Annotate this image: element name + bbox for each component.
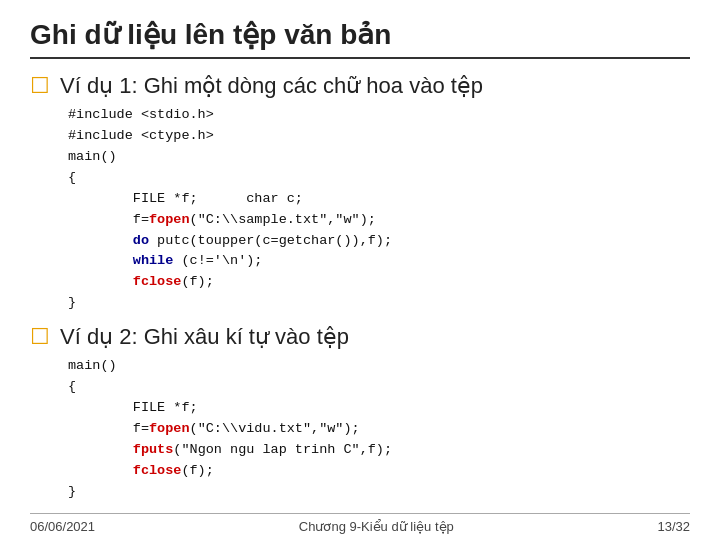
section2-code: main() { FILE *f; f=fopen("C:\\vidu.txt"…: [68, 356, 690, 502]
code-line: }: [68, 293, 690, 314]
code-line: fputs("Ngon ngu lap trinh C",f);: [68, 440, 690, 461]
footer-page: 13/32: [657, 519, 690, 534]
footer-date: 06/06/2021: [30, 519, 95, 534]
section2: ☐ Ví dụ 2: Ghi xâu kí tự vào tệp main() …: [30, 324, 690, 502]
section1-code: #include <stdio.h> #include <ctype.h> ma…: [68, 105, 690, 314]
code-line: FILE *f;: [68, 398, 690, 419]
code-line: #include <stdio.h>: [68, 105, 690, 126]
footer: 06/06/2021 Chương 9-Kiểu dữ liệu tệp 13/…: [30, 513, 690, 534]
bullet-icon-2: ☐: [30, 324, 50, 350]
code-line: main(): [68, 147, 690, 168]
bullet-icon-1: ☐: [30, 73, 50, 99]
footer-center: Chương 9-Kiểu dữ liệu tệp: [299, 519, 454, 534]
code-line: fclose(f);: [68, 461, 690, 482]
code-line: fclose(f);: [68, 272, 690, 293]
title-bar: Ghi dữ liệu lên tệp văn bản: [30, 18, 690, 59]
section1-heading: ☐ Ví dụ 1: Ghi một dòng các chữ hoa vào …: [30, 73, 690, 99]
code-line-while: while (c!='\n');: [68, 251, 690, 272]
code-line: do putc(toupper(c=getchar()),f);: [68, 231, 690, 252]
code-line: main(): [68, 356, 690, 377]
section2-heading: ☐ Ví dụ 2: Ghi xâu kí tự vào tệp: [30, 324, 690, 350]
code-line: f=fopen("C:\\vidu.txt","w");: [68, 419, 690, 440]
code-line: FILE *f; char c;: [68, 189, 690, 210]
code-line: #include <ctype.h>: [68, 126, 690, 147]
section1-heading-text: Ví dụ 1: Ghi một dòng các chữ hoa vào tệ…: [60, 73, 483, 99]
code-line: {: [68, 377, 690, 398]
section2-heading-text: Ví dụ 2: Ghi xâu kí tự vào tệp: [60, 324, 349, 350]
code-line: f=fopen("C:\\sample.txt","w");: [68, 210, 690, 231]
section1: ☐ Ví dụ 1: Ghi một dòng các chữ hoa vào …: [30, 73, 690, 314]
code-line: {: [68, 168, 690, 189]
code-line: }: [68, 482, 690, 503]
page-title: Ghi dữ liệu lên tệp văn bản: [30, 19, 391, 50]
